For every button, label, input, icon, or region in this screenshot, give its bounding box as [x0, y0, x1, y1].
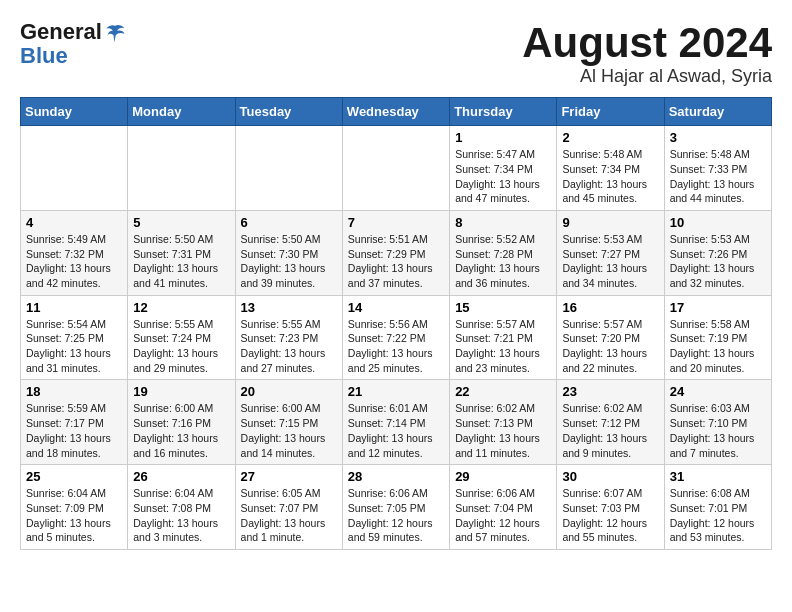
calendar-cell: 5Sunrise: 5:50 AMSunset: 7:31 PMDaylight…: [128, 210, 235, 295]
calendar-week-row: 18Sunrise: 5:59 AMSunset: 7:17 PMDayligh…: [21, 380, 772, 465]
day-info: Sunrise: 5:58 AMSunset: 7:19 PMDaylight:…: [670, 317, 766, 376]
day-number: 27: [241, 469, 337, 484]
day-info: Sunrise: 6:03 AMSunset: 7:10 PMDaylight:…: [670, 401, 766, 460]
day-info: Sunrise: 6:06 AMSunset: 7:05 PMDaylight:…: [348, 486, 444, 545]
day-number: 10: [670, 215, 766, 230]
calendar-cell: 24Sunrise: 6:03 AMSunset: 7:10 PMDayligh…: [664, 380, 771, 465]
page-title: August 2024: [522, 20, 772, 66]
weekday-header-row: SundayMondayTuesdayWednesdayThursdayFrid…: [21, 98, 772, 126]
day-info: Sunrise: 5:52 AMSunset: 7:28 PMDaylight:…: [455, 232, 551, 291]
calendar-cell: 28Sunrise: 6:06 AMSunset: 7:05 PMDayligh…: [342, 465, 449, 550]
day-number: 26: [133, 469, 229, 484]
calendar-cell: 31Sunrise: 6:08 AMSunset: 7:01 PMDayligh…: [664, 465, 771, 550]
calendar-cell: 30Sunrise: 6:07 AMSunset: 7:03 PMDayligh…: [557, 465, 664, 550]
day-info: Sunrise: 5:54 AMSunset: 7:25 PMDaylight:…: [26, 317, 122, 376]
day-number: 5: [133, 215, 229, 230]
weekday-header: Monday: [128, 98, 235, 126]
calendar-cell: [21, 126, 128, 211]
day-number: 11: [26, 300, 122, 315]
calendar-cell: 20Sunrise: 6:00 AMSunset: 7:15 PMDayligh…: [235, 380, 342, 465]
calendar-cell: 17Sunrise: 5:58 AMSunset: 7:19 PMDayligh…: [664, 295, 771, 380]
calendar-cell: 14Sunrise: 5:56 AMSunset: 7:22 PMDayligh…: [342, 295, 449, 380]
day-number: 3: [670, 130, 766, 145]
day-info: Sunrise: 5:57 AMSunset: 7:20 PMDaylight:…: [562, 317, 658, 376]
weekday-header: Wednesday: [342, 98, 449, 126]
day-info: Sunrise: 5:50 AMSunset: 7:30 PMDaylight:…: [241, 232, 337, 291]
day-number: 14: [348, 300, 444, 315]
calendar-cell: 4Sunrise: 5:49 AMSunset: 7:32 PMDaylight…: [21, 210, 128, 295]
page-header: General Blue August 2024 Al Hajar al Asw…: [20, 20, 772, 87]
day-number: 19: [133, 384, 229, 399]
weekday-header: Saturday: [664, 98, 771, 126]
day-info: Sunrise: 6:06 AMSunset: 7:04 PMDaylight:…: [455, 486, 551, 545]
day-info: Sunrise: 5:53 AMSunset: 7:26 PMDaylight:…: [670, 232, 766, 291]
day-info: Sunrise: 5:48 AMSunset: 7:33 PMDaylight:…: [670, 147, 766, 206]
day-number: 28: [348, 469, 444, 484]
calendar-cell: 21Sunrise: 6:01 AMSunset: 7:14 PMDayligh…: [342, 380, 449, 465]
day-number: 30: [562, 469, 658, 484]
day-info: Sunrise: 6:07 AMSunset: 7:03 PMDaylight:…: [562, 486, 658, 545]
day-info: Sunrise: 5:55 AMSunset: 7:24 PMDaylight:…: [133, 317, 229, 376]
calendar-cell: 6Sunrise: 5:50 AMSunset: 7:30 PMDaylight…: [235, 210, 342, 295]
day-number: 22: [455, 384, 551, 399]
day-info: Sunrise: 6:00 AMSunset: 7:16 PMDaylight:…: [133, 401, 229, 460]
day-number: 9: [562, 215, 658, 230]
calendar-cell: [128, 126, 235, 211]
day-number: 8: [455, 215, 551, 230]
day-info: Sunrise: 5:47 AMSunset: 7:34 PMDaylight:…: [455, 147, 551, 206]
calendar-week-row: 25Sunrise: 6:04 AMSunset: 7:09 PMDayligh…: [21, 465, 772, 550]
day-info: Sunrise: 5:59 AMSunset: 7:17 PMDaylight:…: [26, 401, 122, 460]
calendar-cell: 18Sunrise: 5:59 AMSunset: 7:17 PMDayligh…: [21, 380, 128, 465]
day-number: 12: [133, 300, 229, 315]
day-number: 4: [26, 215, 122, 230]
day-number: 21: [348, 384, 444, 399]
calendar-table: SundayMondayTuesdayWednesdayThursdayFrid…: [20, 97, 772, 550]
day-number: 17: [670, 300, 766, 315]
day-number: 2: [562, 130, 658, 145]
day-info: Sunrise: 5:50 AMSunset: 7:31 PMDaylight:…: [133, 232, 229, 291]
calendar-week-row: 1Sunrise: 5:47 AMSunset: 7:34 PMDaylight…: [21, 126, 772, 211]
weekday-header: Tuesday: [235, 98, 342, 126]
weekday-header: Thursday: [450, 98, 557, 126]
day-number: 18: [26, 384, 122, 399]
day-number: 20: [241, 384, 337, 399]
calendar-cell: 15Sunrise: 5:57 AMSunset: 7:21 PMDayligh…: [450, 295, 557, 380]
day-number: 15: [455, 300, 551, 315]
day-number: 7: [348, 215, 444, 230]
day-info: Sunrise: 5:57 AMSunset: 7:21 PMDaylight:…: [455, 317, 551, 376]
calendar-cell: 19Sunrise: 6:00 AMSunset: 7:16 PMDayligh…: [128, 380, 235, 465]
calendar-cell: 29Sunrise: 6:06 AMSunset: 7:04 PMDayligh…: [450, 465, 557, 550]
calendar-cell: 13Sunrise: 5:55 AMSunset: 7:23 PMDayligh…: [235, 295, 342, 380]
day-number: 23: [562, 384, 658, 399]
calendar-cell: 11Sunrise: 5:54 AMSunset: 7:25 PMDayligh…: [21, 295, 128, 380]
calendar-cell: 16Sunrise: 5:57 AMSunset: 7:20 PMDayligh…: [557, 295, 664, 380]
calendar-cell: 25Sunrise: 6:04 AMSunset: 7:09 PMDayligh…: [21, 465, 128, 550]
day-info: Sunrise: 5:55 AMSunset: 7:23 PMDaylight:…: [241, 317, 337, 376]
day-number: 13: [241, 300, 337, 315]
logo-bird-icon: [104, 22, 126, 44]
day-info: Sunrise: 6:02 AMSunset: 7:13 PMDaylight:…: [455, 401, 551, 460]
calendar-cell: 23Sunrise: 6:02 AMSunset: 7:12 PMDayligh…: [557, 380, 664, 465]
day-info: Sunrise: 6:02 AMSunset: 7:12 PMDaylight:…: [562, 401, 658, 460]
calendar-cell: 1Sunrise: 5:47 AMSunset: 7:34 PMDaylight…: [450, 126, 557, 211]
calendar-cell: 26Sunrise: 6:04 AMSunset: 7:08 PMDayligh…: [128, 465, 235, 550]
day-info: Sunrise: 5:56 AMSunset: 7:22 PMDaylight:…: [348, 317, 444, 376]
day-info: Sunrise: 6:04 AMSunset: 7:08 PMDaylight:…: [133, 486, 229, 545]
day-number: 1: [455, 130, 551, 145]
page-subtitle: Al Hajar al Aswad, Syria: [522, 66, 772, 87]
day-info: Sunrise: 5:53 AMSunset: 7:27 PMDaylight:…: [562, 232, 658, 291]
day-info: Sunrise: 5:48 AMSunset: 7:34 PMDaylight:…: [562, 147, 658, 206]
logo-text: General Blue: [20, 20, 126, 68]
calendar-cell: 8Sunrise: 5:52 AMSunset: 7:28 PMDaylight…: [450, 210, 557, 295]
calendar-cell: 22Sunrise: 6:02 AMSunset: 7:13 PMDayligh…: [450, 380, 557, 465]
day-info: Sunrise: 5:49 AMSunset: 7:32 PMDaylight:…: [26, 232, 122, 291]
calendar-cell: 3Sunrise: 5:48 AMSunset: 7:33 PMDaylight…: [664, 126, 771, 211]
title-block: August 2024 Al Hajar al Aswad, Syria: [522, 20, 772, 87]
calendar-cell: 10Sunrise: 5:53 AMSunset: 7:26 PMDayligh…: [664, 210, 771, 295]
day-info: Sunrise: 5:51 AMSunset: 7:29 PMDaylight:…: [348, 232, 444, 291]
day-info: Sunrise: 6:04 AMSunset: 7:09 PMDaylight:…: [26, 486, 122, 545]
day-number: 29: [455, 469, 551, 484]
calendar-cell: 27Sunrise: 6:05 AMSunset: 7:07 PMDayligh…: [235, 465, 342, 550]
weekday-header: Friday: [557, 98, 664, 126]
calendar-cell: 12Sunrise: 5:55 AMSunset: 7:24 PMDayligh…: [128, 295, 235, 380]
